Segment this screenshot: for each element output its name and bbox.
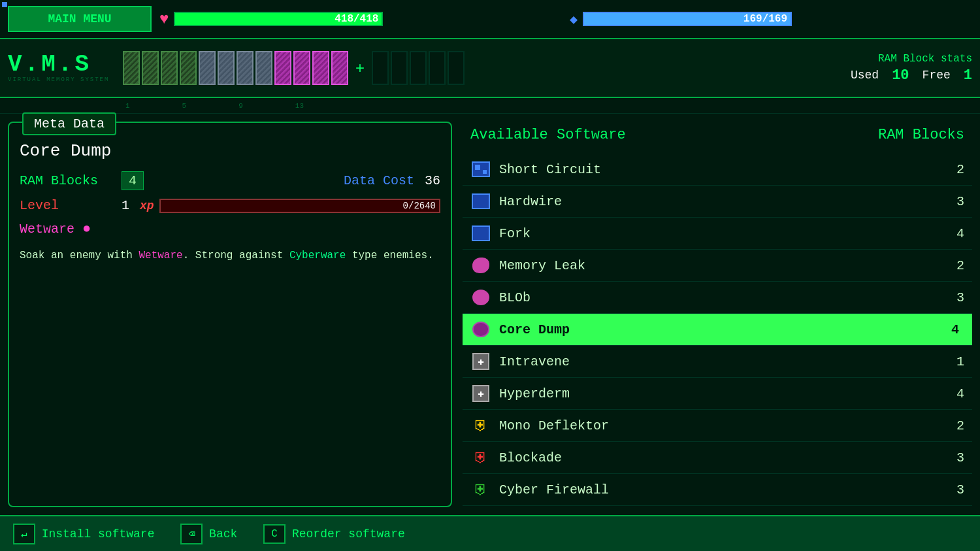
ram-block-empty-3[interactable] bbox=[410, 51, 427, 85]
add-ram-block-button[interactable]: + bbox=[350, 56, 370, 80]
hyperderm-icon: ✚ bbox=[470, 384, 491, 403]
meta-panel: Meta Data Core Dump RAM Blocks 4 Data Co… bbox=[8, 122, 452, 507]
core-dump-icon bbox=[470, 320, 491, 339]
data-cost-value: 36 bbox=[425, 173, 440, 188]
blob-name: BLOb bbox=[499, 290, 938, 305]
ram-blocks-value: 4 bbox=[122, 171, 144, 190]
reorder-key: C bbox=[263, 524, 286, 544]
xp-bar-container: xp 0/2640 bbox=[140, 199, 440, 213]
ram-block-empty-4[interactable] bbox=[429, 51, 446, 85]
top-bar: Main Menu ♥ 418/418 ◆ 169/169 bbox=[0, 0, 980, 39]
mono-deflektor-icon: ⛨ bbox=[470, 416, 491, 435]
ram-block-11[interactable] bbox=[312, 51, 329, 85]
blockade-name: Blockade bbox=[499, 450, 938, 465]
cyber-firewall-name: Cyber Firewall bbox=[499, 482, 938, 497]
used-value: 10 bbox=[892, 67, 909, 84]
fork-name: Fork bbox=[499, 226, 938, 241]
vms-bar: V.M.S VIRTUAL MEMORY SYSTEM + RAM Block … bbox=[0, 39, 980, 98]
description-text: Soak an enemy with Wetware. Strong again… bbox=[20, 248, 440, 265]
install-action[interactable]: ↵ Install software bbox=[13, 524, 154, 544]
xp-label: xp bbox=[140, 199, 154, 212]
short-circuit-name: Short Circuit bbox=[499, 162, 938, 177]
xp-bar: 0/2640 bbox=[159, 199, 440, 213]
hardwire-icon bbox=[470, 192, 491, 210]
memory-leak-icon bbox=[470, 256, 491, 275]
cyberware-highlight: Cyberware bbox=[289, 250, 346, 261]
main-content: Meta Data Core Dump RAM Blocks 4 Data Co… bbox=[0, 114, 980, 515]
core-dump-name: Core Dump bbox=[499, 322, 938, 337]
software-name: Core Dump bbox=[20, 141, 440, 161]
software-item-memory-leak[interactable]: Memory Leak 2 bbox=[463, 250, 972, 282]
core-dump-ram: 4 bbox=[938, 321, 964, 339]
level-value: 1 bbox=[122, 198, 129, 213]
software-item-fork[interactable]: Fork 4 bbox=[463, 218, 972, 250]
wetware-icon: ● bbox=[82, 221, 91, 237]
software-header-title: Available Software bbox=[470, 127, 626, 143]
heart-icon: ♥ bbox=[159, 10, 169, 28]
software-item-core-dump[interactable]: Core Dump 4 bbox=[463, 314, 972, 346]
ram-block-6[interactable] bbox=[218, 51, 235, 85]
software-item-mono-deflektor[interactable]: ⛨ Mono Deflektor 2 bbox=[463, 410, 972, 442]
xp-text: 0/2640 bbox=[403, 201, 436, 211]
software-item-hyperderm[interactable]: ✚ Hyperderm 4 bbox=[463, 378, 972, 410]
mana-icon: ◆ bbox=[570, 11, 578, 27]
ram-block-12[interactable] bbox=[331, 51, 348, 85]
ram-block-1[interactable] bbox=[123, 51, 140, 85]
mana-text: 169/169 bbox=[743, 13, 787, 25]
ram-blocks-visual: + bbox=[123, 51, 831, 85]
memory-leak-ram: 2 bbox=[938, 258, 964, 273]
health-bar-container: ♥ 418/418 bbox=[159, 10, 562, 28]
ram-stats-row: Used 10 Free 1 bbox=[841, 67, 972, 84]
mono-deflektor-ram: 2 bbox=[938, 418, 964, 433]
software-panel: Available Software RAM Blocks Short Circ… bbox=[463, 122, 972, 507]
free-label: Free bbox=[923, 69, 951, 82]
software-item-cyber-firewall[interactable]: ⛨ Cyber Firewall 3 bbox=[463, 474, 972, 506]
ram-block-8[interactable] bbox=[255, 51, 272, 85]
ram-blocks-label: RAM Blocks bbox=[20, 173, 111, 188]
ram-block-2[interactable] bbox=[142, 51, 159, 85]
back-action[interactable]: ⌫ Back bbox=[180, 524, 237, 544]
ram-block-empty-5[interactable] bbox=[448, 51, 465, 85]
ram-block-4[interactable] bbox=[180, 51, 197, 85]
intravene-icon: ✚ bbox=[470, 352, 491, 371]
ruler-marks: 1 5 9 13 bbox=[8, 102, 972, 110]
mana-bar: 169/169 bbox=[583, 12, 792, 26]
software-list: Short Circuit 2 Hardwire 3 bbox=[463, 154, 972, 506]
mana-bar-container: ◆ 169/169 bbox=[570, 11, 972, 27]
level-label: Level bbox=[20, 198, 111, 213]
vms-subtitle: VIRTUAL MEMORY SYSTEM bbox=[8, 76, 112, 83]
ram-block-3[interactable] bbox=[161, 51, 178, 85]
vms-title: V.M.S bbox=[8, 53, 112, 76]
software-item-short-circuit[interactable]: Short Circuit 2 bbox=[463, 154, 972, 186]
ram-block-empty-1[interactable] bbox=[372, 51, 389, 85]
software-item-intravene[interactable]: ✚ Intravene 1 bbox=[463, 346, 972, 378]
data-cost-label: Data Cost bbox=[344, 173, 414, 188]
memory-leak-name: Memory Leak bbox=[499, 258, 938, 273]
meta-panel-title: Meta Data bbox=[22, 112, 116, 135]
wetware-row: Wetware ● bbox=[20, 221, 440, 237]
ram-block-empty-2[interactable] bbox=[391, 51, 408, 85]
reorder-action[interactable]: C Reorder software bbox=[263, 524, 404, 544]
hardwire-name: Hardwire bbox=[499, 194, 938, 209]
main-menu-button[interactable]: Main Menu bbox=[8, 6, 152, 32]
software-header: Available Software RAM Blocks bbox=[463, 122, 972, 148]
bottom-bar: ↵ Install software ⌫ Back C Reorder soft… bbox=[0, 515, 980, 551]
free-value: 1 bbox=[964, 67, 972, 84]
ram-block-10[interactable] bbox=[293, 51, 310, 85]
intravene-ram: 1 bbox=[938, 354, 964, 369]
software-item-blockade[interactable]: ⛨ Blockade 3 bbox=[463, 442, 972, 474]
fork-ram: 4 bbox=[938, 226, 964, 241]
fork-icon bbox=[470, 224, 491, 242]
install-label: Install software bbox=[42, 527, 155, 541]
ram-block-7[interactable] bbox=[237, 51, 253, 85]
software-item-hardwire[interactable]: Hardwire 3 bbox=[463, 186, 972, 218]
hardwire-ram: 3 bbox=[938, 194, 964, 209]
ram-block-5[interactable] bbox=[199, 51, 216, 85]
wetware-label: Wetware bbox=[20, 222, 74, 237]
install-key: ↵ bbox=[13, 524, 35, 544]
software-item-blob[interactable]: BLOb 3 bbox=[463, 282, 972, 314]
health-bar: 418/418 bbox=[174, 12, 383, 26]
back-key: ⌫ bbox=[180, 524, 203, 544]
ram-block-9[interactable] bbox=[274, 51, 291, 85]
reorder-label: Reorder software bbox=[292, 527, 405, 541]
